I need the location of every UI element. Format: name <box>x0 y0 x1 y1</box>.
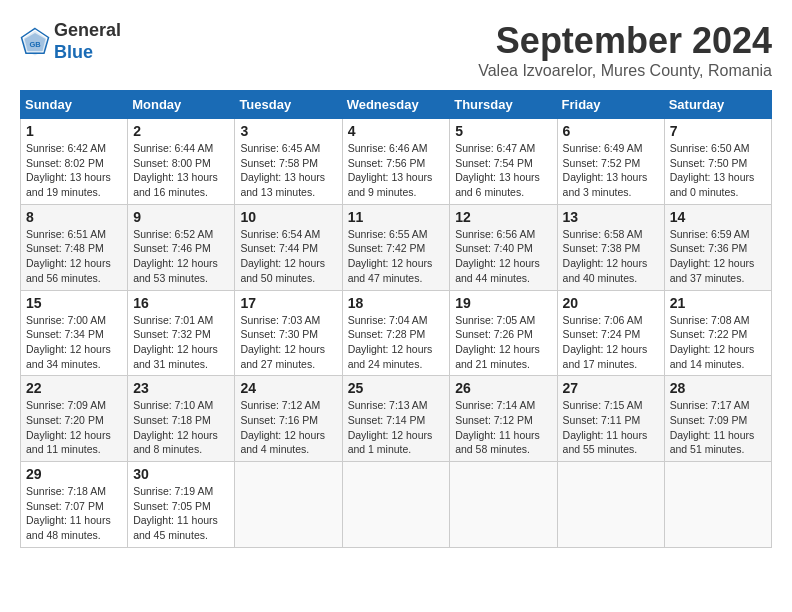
day-number: 5 <box>455 123 551 139</box>
logo-blue-text: Blue <box>54 42 121 64</box>
day-number: 2 <box>133 123 229 139</box>
day-info: Sunrise: 7:03 AM Sunset: 7:30 PM Dayligh… <box>240 313 336 372</box>
day-number: 3 <box>240 123 336 139</box>
calendar-cell: 19Sunrise: 7:05 AM Sunset: 7:26 PM Dayli… <box>450 290 557 376</box>
day-info: Sunrise: 7:08 AM Sunset: 7:22 PM Dayligh… <box>670 313 766 372</box>
calendar-cell: 26Sunrise: 7:14 AM Sunset: 7:12 PM Dayli… <box>450 376 557 462</box>
calendar-cell <box>557 462 664 548</box>
logo: GB General Blue <box>20 20 121 63</box>
day-info: Sunrise: 6:55 AM Sunset: 7:42 PM Dayligh… <box>348 227 445 286</box>
day-info: Sunrise: 6:42 AM Sunset: 8:02 PM Dayligh… <box>26 141 122 200</box>
day-number: 18 <box>348 295 445 311</box>
calendar-cell: 3Sunrise: 6:45 AM Sunset: 7:58 PM Daylig… <box>235 119 342 205</box>
svg-text:GB: GB <box>29 39 41 48</box>
calendar-header-tuesday: Tuesday <box>235 91 342 119</box>
day-info: Sunrise: 7:14 AM Sunset: 7:12 PM Dayligh… <box>455 398 551 457</box>
day-number: 12 <box>455 209 551 225</box>
month-title: September 2024 <box>478 20 772 62</box>
day-number: 14 <box>670 209 766 225</box>
day-info: Sunrise: 6:46 AM Sunset: 7:56 PM Dayligh… <box>348 141 445 200</box>
calendar-cell: 12Sunrise: 6:56 AM Sunset: 7:40 PM Dayli… <box>450 204 557 290</box>
calendar-cell: 20Sunrise: 7:06 AM Sunset: 7:24 PM Dayli… <box>557 290 664 376</box>
calendar-cell: 7Sunrise: 6:50 AM Sunset: 7:50 PM Daylig… <box>664 119 771 205</box>
calendar-cell: 4Sunrise: 6:46 AM Sunset: 7:56 PM Daylig… <box>342 119 450 205</box>
day-info: Sunrise: 7:12 AM Sunset: 7:16 PM Dayligh… <box>240 398 336 457</box>
day-number: 21 <box>670 295 766 311</box>
calendar-week-row: 1Sunrise: 6:42 AM Sunset: 8:02 PM Daylig… <box>21 119 772 205</box>
calendar-week-row: 29Sunrise: 7:18 AM Sunset: 7:07 PM Dayli… <box>21 462 772 548</box>
calendar-cell: 1Sunrise: 6:42 AM Sunset: 8:02 PM Daylig… <box>21 119 128 205</box>
calendar-header-saturday: Saturday <box>664 91 771 119</box>
day-number: 9 <box>133 209 229 225</box>
calendar-week-row: 22Sunrise: 7:09 AM Sunset: 7:20 PM Dayli… <box>21 376 772 462</box>
logo-icon: GB <box>20 27 50 57</box>
day-number: 4 <box>348 123 445 139</box>
day-info: Sunrise: 6:54 AM Sunset: 7:44 PM Dayligh… <box>240 227 336 286</box>
calendar-cell: 14Sunrise: 6:59 AM Sunset: 7:36 PM Dayli… <box>664 204 771 290</box>
day-number: 16 <box>133 295 229 311</box>
day-number: 30 <box>133 466 229 482</box>
calendar-cell <box>342 462 450 548</box>
calendar-header-wednesday: Wednesday <box>342 91 450 119</box>
calendar-cell: 22Sunrise: 7:09 AM Sunset: 7:20 PM Dayli… <box>21 376 128 462</box>
day-info: Sunrise: 7:04 AM Sunset: 7:28 PM Dayligh… <box>348 313 445 372</box>
day-info: Sunrise: 6:49 AM Sunset: 7:52 PM Dayligh… <box>563 141 659 200</box>
day-info: Sunrise: 7:19 AM Sunset: 7:05 PM Dayligh… <box>133 484 229 543</box>
calendar-cell: 10Sunrise: 6:54 AM Sunset: 7:44 PM Dayli… <box>235 204 342 290</box>
page-header: GB General Blue September 2024 Valea Izv… <box>20 20 772 80</box>
calendar-cell: 28Sunrise: 7:17 AM Sunset: 7:09 PM Dayli… <box>664 376 771 462</box>
calendar-cell: 2Sunrise: 6:44 AM Sunset: 8:00 PM Daylig… <box>128 119 235 205</box>
day-info: Sunrise: 7:10 AM Sunset: 7:18 PM Dayligh… <box>133 398 229 457</box>
calendar-cell: 27Sunrise: 7:15 AM Sunset: 7:11 PM Dayli… <box>557 376 664 462</box>
logo-general-text: General <box>54 20 121 42</box>
calendar-cell: 6Sunrise: 6:49 AM Sunset: 7:52 PM Daylig… <box>557 119 664 205</box>
calendar-cell: 24Sunrise: 7:12 AM Sunset: 7:16 PM Dayli… <box>235 376 342 462</box>
day-number: 11 <box>348 209 445 225</box>
calendar-header-sunday: Sunday <box>21 91 128 119</box>
calendar-cell: 13Sunrise: 6:58 AM Sunset: 7:38 PM Dayli… <box>557 204 664 290</box>
calendar-cell <box>450 462 557 548</box>
day-info: Sunrise: 7:18 AM Sunset: 7:07 PM Dayligh… <box>26 484 122 543</box>
calendar-cell: 17Sunrise: 7:03 AM Sunset: 7:30 PM Dayli… <box>235 290 342 376</box>
day-info: Sunrise: 7:00 AM Sunset: 7:34 PM Dayligh… <box>26 313 122 372</box>
calendar-cell: 9Sunrise: 6:52 AM Sunset: 7:46 PM Daylig… <box>128 204 235 290</box>
calendar-table: SundayMondayTuesdayWednesdayThursdayFrid… <box>20 90 772 548</box>
day-number: 24 <box>240 380 336 396</box>
calendar-cell: 23Sunrise: 7:10 AM Sunset: 7:18 PM Dayli… <box>128 376 235 462</box>
day-number: 13 <box>563 209 659 225</box>
day-info: Sunrise: 6:45 AM Sunset: 7:58 PM Dayligh… <box>240 141 336 200</box>
calendar-cell: 21Sunrise: 7:08 AM Sunset: 7:22 PM Dayli… <box>664 290 771 376</box>
day-info: Sunrise: 6:52 AM Sunset: 7:46 PM Dayligh… <box>133 227 229 286</box>
calendar-week-row: 8Sunrise: 6:51 AM Sunset: 7:48 PM Daylig… <box>21 204 772 290</box>
calendar-cell: 29Sunrise: 7:18 AM Sunset: 7:07 PM Dayli… <box>21 462 128 548</box>
day-number: 23 <box>133 380 229 396</box>
calendar-cell: 30Sunrise: 7:19 AM Sunset: 7:05 PM Dayli… <box>128 462 235 548</box>
day-number: 27 <box>563 380 659 396</box>
day-number: 22 <box>26 380 122 396</box>
calendar-cell: 11Sunrise: 6:55 AM Sunset: 7:42 PM Dayli… <box>342 204 450 290</box>
day-number: 1 <box>26 123 122 139</box>
calendar-header-thursday: Thursday <box>450 91 557 119</box>
day-number: 10 <box>240 209 336 225</box>
calendar-cell: 16Sunrise: 7:01 AM Sunset: 7:32 PM Dayli… <box>128 290 235 376</box>
day-number: 6 <box>563 123 659 139</box>
day-number: 28 <box>670 380 766 396</box>
day-info: Sunrise: 7:06 AM Sunset: 7:24 PM Dayligh… <box>563 313 659 372</box>
day-info: Sunrise: 7:15 AM Sunset: 7:11 PM Dayligh… <box>563 398 659 457</box>
day-info: Sunrise: 6:50 AM Sunset: 7:50 PM Dayligh… <box>670 141 766 200</box>
calendar-cell: 5Sunrise: 6:47 AM Sunset: 7:54 PM Daylig… <box>450 119 557 205</box>
calendar-cell: 18Sunrise: 7:04 AM Sunset: 7:28 PM Dayli… <box>342 290 450 376</box>
day-number: 25 <box>348 380 445 396</box>
calendar-week-row: 15Sunrise: 7:00 AM Sunset: 7:34 PM Dayli… <box>21 290 772 376</box>
day-number: 29 <box>26 466 122 482</box>
day-number: 19 <box>455 295 551 311</box>
calendar-header-row: SundayMondayTuesdayWednesdayThursdayFrid… <box>21 91 772 119</box>
calendar-body: 1Sunrise: 6:42 AM Sunset: 8:02 PM Daylig… <box>21 119 772 548</box>
day-number: 17 <box>240 295 336 311</box>
day-number: 7 <box>670 123 766 139</box>
day-number: 26 <box>455 380 551 396</box>
calendar-cell <box>664 462 771 548</box>
day-info: Sunrise: 7:01 AM Sunset: 7:32 PM Dayligh… <box>133 313 229 372</box>
day-info: Sunrise: 6:56 AM Sunset: 7:40 PM Dayligh… <box>455 227 551 286</box>
title-area: September 2024 Valea Izvoarelor, Mures C… <box>478 20 772 80</box>
